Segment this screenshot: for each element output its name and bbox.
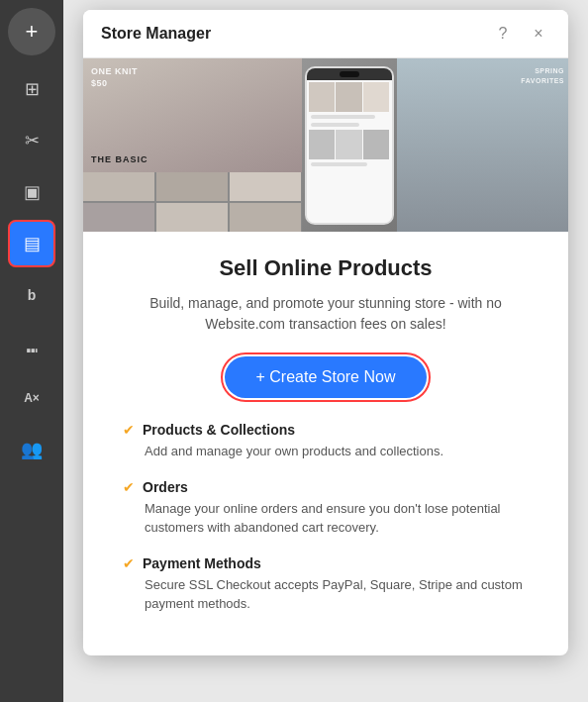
phone-text-1	[311, 115, 376, 119]
hero-left: ONE KNIT $50 THE BASIC	[83, 58, 302, 232]
phone-img-cell-2	[336, 82, 362, 112]
modal-header-actions: ? ×	[491, 22, 550, 46]
restaurant-icon: ⑉	[27, 337, 38, 357]
phone-content	[307, 80, 392, 223]
feature-payment: ✔ Payment Methods Secure SSL Checkout ac…	[123, 555, 529, 614]
sidebar-item-users[interactable]: 👥	[8, 426, 55, 473]
phone-text-2	[311, 123, 359, 127]
plus-icon: +	[26, 19, 39, 45]
feature-payment-title: Payment Methods	[143, 555, 261, 571]
hero-person: SPRING FAVORITES	[397, 58, 569, 232]
sidebar-item-pages[interactable]: ⊞	[8, 65, 55, 113]
hero-image: ONE KNIT $50 THE BASIC	[83, 58, 568, 232]
modal-content: Sell Online Products Build, manage, and …	[83, 232, 568, 655]
grid-cell-4	[83, 203, 154, 232]
feature-list: ✔ Products & Collections Add and manage …	[115, 422, 537, 614]
create-store-button[interactable]: + Create Store Now	[225, 356, 428, 398]
spring-text: SPRING FAVORITES	[521, 66, 564, 86]
phone-img-cell-6	[363, 130, 390, 159]
hero-basic-label: THE BASIC	[91, 154, 148, 164]
modal-title: Store Manager	[101, 25, 211, 43]
store-icon: ▤	[24, 233, 41, 254]
phone-mockup	[305, 66, 394, 225]
phone-img-row	[309, 82, 390, 112]
feature-orders: ✔ Orders Manage your online orders and e…	[123, 479, 529, 538]
phone-img-row-2	[309, 130, 390, 159]
feature-payment-header: ✔ Payment Methods	[123, 555, 529, 571]
sidebar-item-store[interactable]: ▤	[8, 220, 55, 267]
users-icon: 👥	[21, 439, 43, 460]
modal-subtitle: Build, manage, and promote your stunning…	[115, 293, 537, 335]
hero-grid	[83, 172, 302, 232]
modal-header: Store Manager ? ×	[83, 10, 568, 58]
feature-products-title: Products & Collections	[143, 422, 295, 438]
sidebar: + ⊞ ✂ ▣ ▤ b ⑉ A× 👥	[0, 0, 63, 702]
feature-products-header: ✔ Products & Collections	[123, 422, 529, 438]
knit-text: ONE KNIT $50	[91, 66, 138, 89]
sidebar-item-files[interactable]: ▣	[8, 168, 55, 216]
phone-top-bar	[307, 68, 392, 80]
hero-collage: ONE KNIT $50 THE BASIC	[83, 58, 568, 232]
modal-main-title: Sell Online Products	[115, 255, 537, 281]
check-icon-payment: ✔	[123, 555, 135, 571]
grid-cell-3	[230, 172, 301, 201]
sidebar-item-blog[interactable]: b	[8, 271, 55, 319]
text-icon: A×	[24, 391, 40, 405]
feature-orders-title: Orders	[143, 479, 188, 495]
grid-cell-5	[156, 203, 228, 232]
close-button[interactable]: ×	[527, 22, 550, 46]
pages-icon: ⊞	[25, 78, 40, 100]
design-icon: ✂	[25, 130, 40, 151]
check-icon-orders: ✔	[123, 479, 135, 495]
close-icon: ×	[534, 25, 542, 43]
sidebar-item-design[interactable]: ✂	[8, 117, 55, 164]
phone-notch	[340, 71, 359, 77]
help-button[interactable]: ?	[491, 22, 515, 46]
store-manager-modal: Store Manager ? × ONE KNIT $50	[83, 10, 568, 655]
phone-img-cell-4	[309, 130, 336, 159]
feature-orders-header: ✔ Orders	[123, 479, 529, 495]
files-icon: ▣	[24, 181, 41, 203]
help-icon: ?	[499, 25, 508, 43]
grid-cell-2	[156, 172, 228, 201]
hero-right: SPRING FAVORITES	[302, 58, 569, 232]
add-button[interactable]: +	[8, 8, 55, 55]
sidebar-item-text[interactable]: A×	[8, 374, 55, 422]
phone-img-cell-1	[309, 82, 336, 112]
sidebar-item-restaurant[interactable]: ⑉	[8, 323, 55, 370]
modal-overlay: Store Manager ? × ONE KNIT $50	[63, 0, 588, 702]
feature-orders-desc: Manage your online orders and ensure you…	[123, 499, 529, 538]
main-area: Store Manager ? × ONE KNIT $50	[63, 0, 588, 702]
feature-payment-desc: Secure SSL Checkout accepts PayPal, Squa…	[123, 575, 529, 614]
phone-img-cell-3	[363, 82, 390, 112]
check-icon-products: ✔	[123, 422, 135, 438]
phone-text-3	[311, 162, 367, 166]
grid-cell-6	[230, 203, 301, 232]
feature-products: ✔ Products & Collections Add and manage …	[123, 422, 529, 461]
blog-icon: b	[28, 287, 37, 303]
grid-cell-1	[83, 172, 154, 201]
phone-img-cell-5	[336, 130, 362, 159]
feature-products-desc: Add and manage your own products and col…	[123, 442, 529, 461]
